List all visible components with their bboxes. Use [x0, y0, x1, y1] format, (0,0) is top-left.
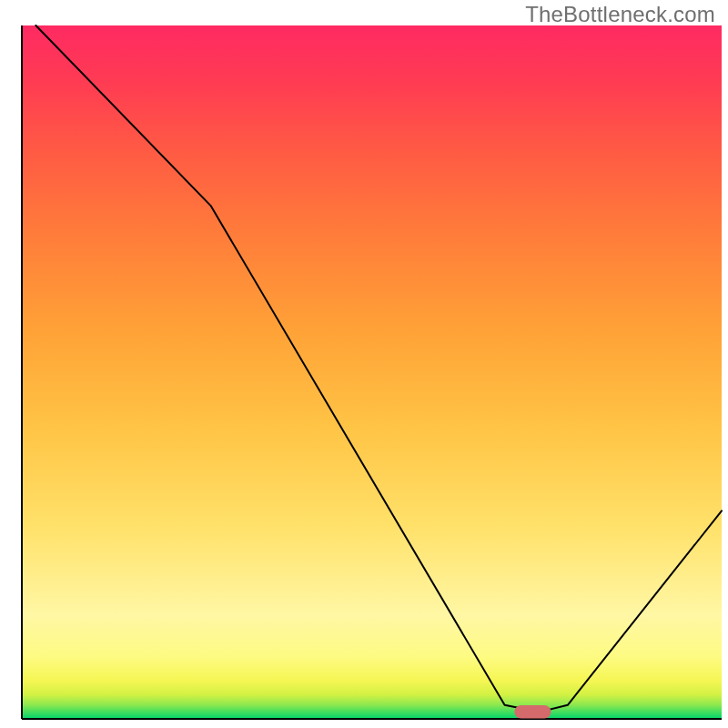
- bottleneck-chart: [0, 0, 728, 728]
- watermark-label: TheBottleneck.com: [525, 2, 715, 27]
- chart-container: TheBottleneck.com: [0, 0, 728, 728]
- gradient-background: [22, 25, 722, 719]
- target-marker: [514, 705, 551, 719]
